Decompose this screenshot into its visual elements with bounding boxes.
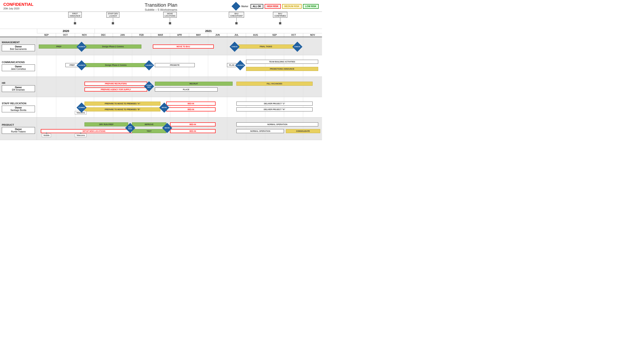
bar-communications-5: PROMOTIONS ANNOUNCE bbox=[246, 67, 318, 71]
owner-panel-product: PRODUCTOwnerRumbi Tratano bbox=[0, 117, 37, 140]
month-cell-1: OCT bbox=[56, 33, 75, 37]
workstream-row-management: MANAGEMENTOwnerBob SacramentoPREPDesign … bbox=[0, 37, 322, 55]
bar-communications-2: PROMOTE bbox=[155, 63, 195, 67]
bar-product-5: TEST bbox=[132, 129, 166, 133]
month-line-12 bbox=[265, 117, 265, 140]
diamond-label-communications-0: LAUNCH bbox=[78, 64, 85, 66]
month-cell-9: JUN bbox=[208, 33, 227, 37]
year-row: 20202021 bbox=[37, 29, 322, 33]
diamond-label-staff_relocation-1: MOVE bbox=[162, 107, 167, 109]
page-header: CONFIDENTIAL 20th July 2020 Transition P… bbox=[0, 0, 322, 12]
callout-tail-product-1 bbox=[80, 132, 82, 134]
month-line-14 bbox=[303, 97, 303, 117]
month-cell-6: MAR bbox=[151, 33, 170, 37]
title-section: Transition Plan Subtitle – 5 Workstreams bbox=[145, 2, 178, 11]
timeline-header: 20202021SEPOCTNOVDECJANFEBMARAPRMAYJUNJU… bbox=[0, 29, 322, 37]
callout-tail-product-0 bbox=[46, 132, 47, 134]
bar-product-3: NORMAL OPERATION bbox=[236, 122, 318, 126]
month-line-7 bbox=[170, 97, 170, 117]
month-line-4 bbox=[113, 117, 113, 140]
header-spacer bbox=[0, 29, 37, 37]
diamond-wrap-management-2: CHECK bbox=[293, 42, 302, 51]
month-line-9 bbox=[208, 97, 208, 117]
milestone-wrap: STAFF DEV LAUNCH bbox=[106, 12, 120, 24]
marker-diamond-wrap bbox=[232, 2, 240, 10]
owner-box-hr: OwnerEffi Smartato bbox=[2, 85, 35, 92]
month-line-1 bbox=[56, 97, 56, 117]
bar-hr-3: PREPARE AGENCY FOR SUPPLY bbox=[84, 87, 147, 92]
month-cell-5: FEB bbox=[132, 33, 151, 37]
diamond-label-product-1: MOVE bbox=[165, 127, 170, 129]
owner-name-management: Bob Sacramento bbox=[10, 48, 27, 50]
milestone-wrap: BAU CONFIRMED bbox=[273, 12, 287, 24]
milestone-box: STAFF DEV LAUNCH bbox=[106, 12, 120, 18]
confidential-label: CONFIDENTIAL bbox=[3, 2, 34, 7]
month-line-5 bbox=[132, 77, 132, 97]
diamond-label-management-1: CHECK bbox=[232, 46, 238, 48]
month-line-1 bbox=[56, 77, 56, 97]
bar-hr-2: FILL VACANCIES bbox=[236, 82, 312, 86]
milestone-marker bbox=[112, 22, 114, 24]
month-line-12 bbox=[265, 97, 265, 117]
diamond-label-product-0: DRY RUN bbox=[128, 126, 132, 130]
month-line-12 bbox=[265, 55, 265, 76]
month-line-13 bbox=[284, 77, 284, 97]
timeline-area-hr: PREPARE RECRUITERSRECRUITFILL VACANCIESP… bbox=[37, 77, 322, 97]
owner-box-communications: OwnerJane Cornelius bbox=[2, 64, 35, 71]
month-line-11 bbox=[246, 117, 246, 140]
milestones-section: FIRST ANNOUNCESTAFF DEV LAUNCHMOVE LOCAT… bbox=[0, 12, 322, 29]
milestone-marker bbox=[169, 22, 171, 24]
diamond-wrap-product-1: MOVE bbox=[163, 124, 172, 132]
milestone-box: MOVE LOCATIONS bbox=[163, 12, 177, 18]
months-header: 20202021SEPOCTNOVDECJANFEBMARAPRMAYJUNJU… bbox=[37, 29, 322, 37]
month-line-14 bbox=[303, 117, 303, 140]
month-line-14 bbox=[303, 55, 303, 76]
bar-staff_relocation-5: DELIVER PROJECT "N" bbox=[236, 107, 312, 111]
bar-product-7: NORMAL OPERATION bbox=[236, 129, 284, 133]
medium-risk-badge: MEDIUM RISK bbox=[282, 4, 302, 9]
timeline-area-management: PREPDesign Phase 2 CommsMOVE TO BAUFINAL… bbox=[37, 37, 322, 55]
month-cell-10: JUL bbox=[227, 33, 246, 37]
bar-hr-4: PLACE bbox=[155, 87, 218, 92]
owner-box-staff_relocation: OwnerSantiago Bonita bbox=[2, 106, 35, 112]
diamond-label-communications-1: LAUNCH bbox=[146, 64, 152, 66]
month-line-14 bbox=[303, 37, 303, 55]
month-cell-11: AUG bbox=[246, 33, 265, 37]
diamond-wrap-product-0: DRY RUN bbox=[126, 124, 134, 132]
milestone-wrap: FIRST ANNOUNCE bbox=[68, 12, 82, 24]
bar-communications-1: Design Phase 2 Comms bbox=[84, 63, 147, 67]
all-ok-badge: ALL OK bbox=[250, 4, 263, 9]
bar-product-0: DRY RUN PREP bbox=[84, 122, 128, 126]
month-line-6 bbox=[151, 97, 151, 117]
bar-management-2: MOVE TO BAU bbox=[153, 44, 214, 48]
month-line-11 bbox=[246, 77, 246, 97]
bar-communications-4: TEAM BUILDING ACTIVITIES bbox=[246, 60, 318, 64]
owner-panel-hr: HROwnerEffi Smartato bbox=[0, 77, 37, 97]
workstream-row-staff_relocation: STAFF RELOCATIONOwnerSantiago BonitaPREP… bbox=[0, 97, 322, 117]
milestone-marker bbox=[74, 22, 76, 24]
owner-label-product: Owner bbox=[15, 128, 22, 130]
marker-diamond-icon bbox=[232, 2, 240, 11]
workstream-title-hr: HR bbox=[2, 82, 35, 84]
subtitle: Subtitle – 5 Workstreams bbox=[145, 8, 178, 11]
month-cell-0: SEP bbox=[37, 33, 56, 37]
month-cell-12: SEP bbox=[265, 33, 284, 37]
milestone-box: FIRST ANNOUNCE bbox=[68, 12, 82, 18]
milestone-marker bbox=[279, 22, 281, 24]
workstream-rows: MANAGEMENTOwnerBob SacramentoPREPDesign … bbox=[0, 37, 322, 140]
callout-product-1: Telecoms bbox=[75, 134, 86, 137]
main-title: Transition Plan bbox=[145, 2, 178, 8]
month-cell-4: JAN bbox=[113, 33, 132, 37]
milestones-area: FIRST ANNOUNCESTAFF DEV LAUNCHMOVE LOCAT… bbox=[37, 12, 322, 29]
month-line-4 bbox=[113, 77, 113, 97]
bar-product-2: BED-IN bbox=[170, 122, 216, 126]
month-cell-2: NOV bbox=[75, 33, 94, 37]
owner-panel-management: MANAGEMENTOwnerBob Sacramento bbox=[0, 37, 37, 55]
diamond-label-staff_relocation-0: COMMS bbox=[78, 107, 85, 109]
timeline-area-product: DRY RUN PREPIMPROVEBED-INNORMAL OPERATIO… bbox=[37, 117, 322, 140]
owner-box-product: OwnerRumbi Tratano bbox=[2, 127, 35, 134]
low-risk-badge: LOW RISK bbox=[303, 4, 319, 9]
bar-management-3: FINAL TASKS bbox=[238, 44, 294, 48]
bar-staff_relocation-2: DELIVER PROJECT "2" bbox=[236, 102, 312, 106]
month-line-5 bbox=[132, 97, 132, 117]
